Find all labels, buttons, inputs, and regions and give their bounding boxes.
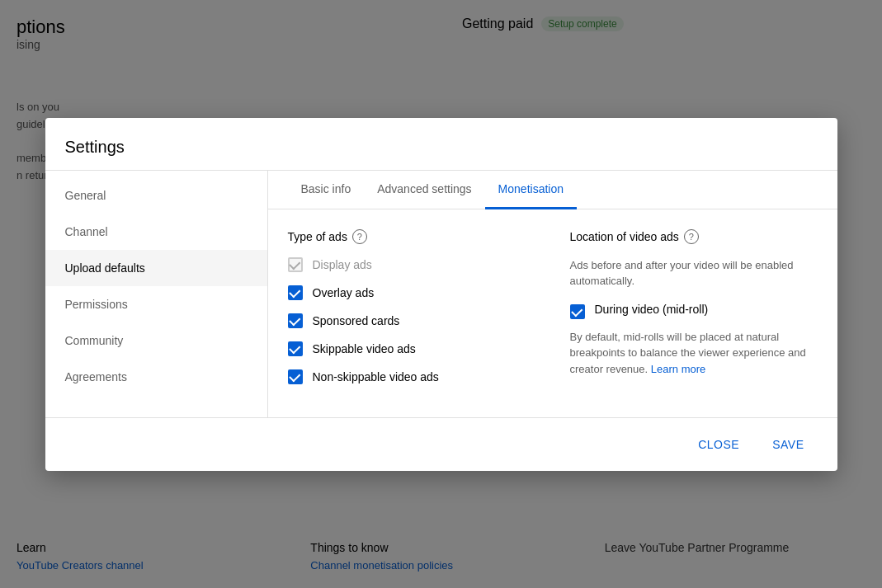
display-ads-checkbox[interactable] bbox=[288, 257, 303, 272]
non-skippable-video-ads-item: Non-skippable video ads bbox=[288, 369, 521, 384]
modal-backdrop: Settings General Channel Upload defaults… bbox=[0, 0, 882, 588]
modal-footer: CLOSE SAVE bbox=[45, 417, 837, 471]
overlay-ads-label: Overlay ads bbox=[313, 286, 375, 299]
tab-monetisation[interactable]: Monetisation bbox=[485, 171, 577, 209]
sidebar-item-agreements[interactable]: Agreements bbox=[45, 359, 267, 395]
modal-title: Settings bbox=[65, 138, 818, 157]
sidebar-item-community[interactable]: Community bbox=[45, 322, 267, 359]
tabs-bar: Basic info Advanced settings Monetisatio… bbox=[268, 171, 837, 209]
location-description: Ads before and after your video will be … bbox=[570, 257, 818, 289]
type-of-ads-title: Type of ads ? bbox=[288, 229, 521, 244]
display-ads-item: Display ads bbox=[288, 257, 521, 272]
midroll-text-block: During video (mid-roll) bbox=[595, 303, 709, 316]
skippable-video-ads-checkbox[interactable] bbox=[288, 341, 303, 356]
tab-advanced-settings[interactable]: Advanced settings bbox=[364, 171, 484, 209]
tab-basic-info[interactable]: Basic info bbox=[288, 171, 365, 209]
midroll-checkbox[interactable] bbox=[570, 304, 585, 319]
sidebar-item-general[interactable]: General bbox=[45, 177, 267, 214]
sidebar-item-channel[interactable]: Channel bbox=[45, 214, 267, 250]
sidebar-item-permissions[interactable]: Permissions bbox=[45, 286, 267, 322]
skippable-video-ads-label: Skippable video ads bbox=[313, 342, 416, 355]
midroll-description: By default, mid-rolls will be placed at … bbox=[570, 329, 818, 378]
settings-modal: Settings General Channel Upload defaults… bbox=[45, 118, 837, 471]
overlay-ads-checkbox[interactable] bbox=[288, 285, 303, 300]
overlay-ads-item: Overlay ads bbox=[288, 285, 521, 300]
non-skippable-video-ads-checkbox[interactable] bbox=[288, 369, 303, 384]
modal-content-area: Basic info Advanced settings Monetisatio… bbox=[268, 171, 837, 417]
type-of-ads-help-icon[interactable]: ? bbox=[352, 229, 367, 244]
location-of-video-ads-title: Location of video ads ? bbox=[570, 229, 818, 244]
monetisation-tab-content: Type of ads ? Display ads Overlay ads bbox=[268, 209, 837, 417]
type-of-ads-section: Type of ads ? Display ads Overlay ads bbox=[288, 229, 521, 397]
sidebar-item-upload-defaults[interactable]: Upload defaults bbox=[45, 250, 267, 286]
location-of-video-ads-help-icon[interactable]: ? bbox=[684, 229, 699, 244]
close-button[interactable]: CLOSE bbox=[685, 431, 752, 458]
sponsored-cards-label: Sponsored cards bbox=[313, 314, 400, 327]
sponsored-cards-checkbox[interactable] bbox=[288, 313, 303, 328]
location-of-video-ads-section: Location of video ads ? Ads before and a… bbox=[570, 229, 818, 397]
non-skippable-video-ads-label: Non-skippable video ads bbox=[313, 370, 439, 383]
modal-header: Settings bbox=[45, 118, 837, 171]
sponsored-cards-item: Sponsored cards bbox=[288, 313, 521, 328]
skippable-video-ads-item: Skippable video ads bbox=[288, 341, 521, 356]
midroll-label: During video (mid-roll) bbox=[595, 303, 709, 316]
save-button[interactable]: SAVE bbox=[759, 431, 817, 458]
learn-more-link[interactable]: Learn more bbox=[651, 363, 705, 375]
display-ads-label: Display ads bbox=[313, 258, 372, 271]
modal-sidebar: General Channel Upload defaults Permissi… bbox=[45, 171, 268, 417]
midroll-item: During video (mid-roll) bbox=[570, 303, 818, 319]
modal-body: General Channel Upload defaults Permissi… bbox=[45, 171, 837, 417]
